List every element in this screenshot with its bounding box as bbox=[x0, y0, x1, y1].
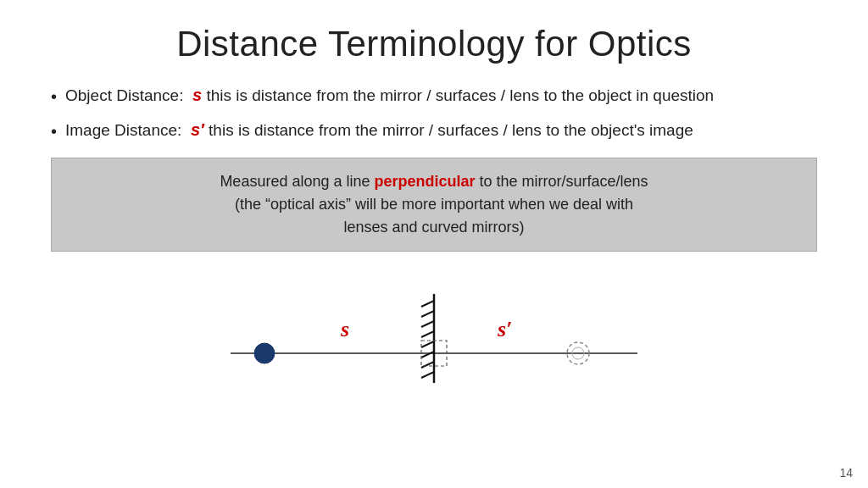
bullet-object-distance: • Object Distance: s this is distance fr… bbox=[51, 83, 817, 109]
slide: Distance Terminology for Optics • Object… bbox=[0, 0, 868, 488]
bullet-dot-1: • bbox=[51, 85, 57, 109]
bullet-image-distance: • Image Distance: s′ this is distance fr… bbox=[51, 118, 817, 144]
object-distance-symbol: s bbox=[192, 86, 202, 104]
svg-line-7 bbox=[421, 352, 434, 358]
svg-point-11 bbox=[254, 343, 275, 363]
svg-line-2 bbox=[421, 301, 434, 307]
highlight-line2: (the “optical axis” will be more importa… bbox=[69, 193, 799, 216]
highlight-line3: lenses and curved mirrors) bbox=[69, 216, 799, 239]
slide-title: Distance Terminology for Optics bbox=[51, 24, 817, 64]
object-distance-desc: this is distance from the mirror / surfa… bbox=[202, 86, 714, 104]
image-distance-desc: this is distance from the mirror / surfa… bbox=[204, 121, 693, 139]
svg-line-6 bbox=[421, 341, 434, 347]
svg-text:s: s bbox=[340, 317, 349, 341]
svg-line-9 bbox=[421, 372, 434, 378]
image-distance-symbol: s′ bbox=[191, 120, 204, 139]
bullet-text-2: Image Distance: s′ this is distance from… bbox=[65, 118, 817, 142]
svg-line-5 bbox=[421, 331, 434, 337]
object-distance-label: Object Distance: bbox=[65, 86, 183, 104]
svg-line-3 bbox=[421, 311, 434, 317]
bullet-text-1: Object Distance: s this is distance from… bbox=[65, 83, 817, 108]
page-number: 14 bbox=[839, 466, 853, 480]
bullet-dot-2: • bbox=[51, 119, 57, 144]
image-distance-label: Image Distance: bbox=[65, 121, 181, 139]
highlight-line1: Measured along a line perpendicular to t… bbox=[69, 170, 799, 193]
highlight-emphasis: perpendicular bbox=[375, 173, 476, 190]
diagram-area: s s′ bbox=[51, 260, 817, 396]
highlight-after: to the mirror/surface/lens bbox=[476, 173, 648, 190]
highlight-box: Measured along a line perpendicular to t… bbox=[51, 158, 817, 252]
svg-text:s′: s′ bbox=[497, 317, 512, 341]
diagram-svg: s s′ bbox=[197, 260, 671, 391]
svg-line-8 bbox=[421, 362, 434, 368]
svg-line-4 bbox=[421, 321, 434, 327]
bullet-list: • Object Distance: s this is distance fr… bbox=[51, 83, 817, 144]
highlight-before: Measured along a line bbox=[220, 173, 374, 190]
